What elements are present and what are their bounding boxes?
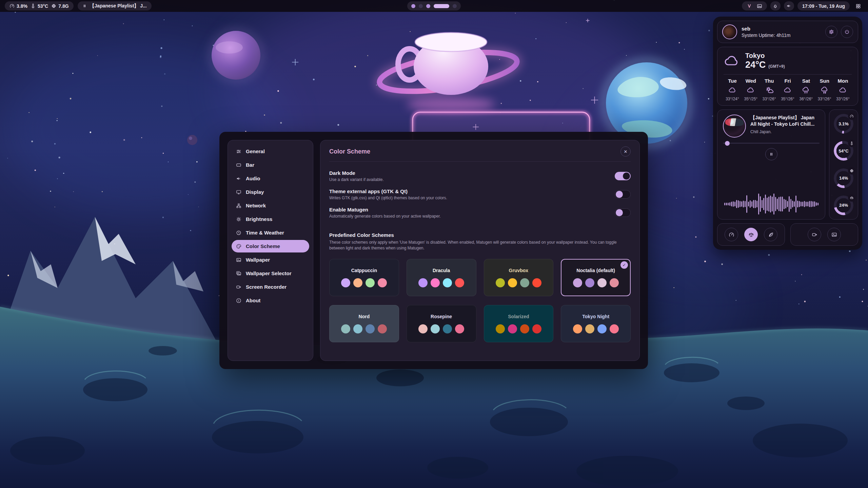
color-swatch <box>585 324 594 333</box>
quick-settings-left <box>717 223 785 246</box>
gauge-toggle-button[interactable] <box>725 228 738 241</box>
sidebar-item-display[interactable]: Display <box>232 186 309 198</box>
workspace-empty[interactable] <box>453 4 457 8</box>
color-swatch <box>418 278 428 287</box>
image-toggle-button[interactable] <box>827 228 841 241</box>
toggle-switch[interactable] <box>615 208 631 217</box>
visualizer-bar <box>807 202 808 206</box>
sidebar-item-wallpaper[interactable]: Wallpaper <box>232 253 309 266</box>
media-progress-knob[interactable] <box>725 141 730 146</box>
scheme-card-rosepine[interactable]: Rosepine <box>407 305 476 342</box>
forecast-day-name: Fri <box>784 78 791 84</box>
color-swatch <box>443 278 452 287</box>
scheme-card-noctalia-default-[interactable]: Noctalia (default)✓ <box>561 259 631 296</box>
sidebar-item-bar[interactable]: Bar <box>232 159 309 171</box>
scheme-card-catppuccin[interactable]: Catppuccin <box>329 259 399 296</box>
color-swatch <box>573 324 582 333</box>
sidebar-item-audio[interactable]: Audio <box>232 172 309 185</box>
forecast-day-name: Thu <box>765 78 774 84</box>
scheme-swatches <box>573 324 619 333</box>
scheme-name: Tokyo Night <box>582 314 609 319</box>
system-stat: 3.8% <box>9 3 27 9</box>
visualizer-bar <box>799 201 800 207</box>
sidebar-item-color-scheme[interactable]: Color Scheme <box>232 240 309 252</box>
sidebar-item-about[interactable]: About <box>232 294 309 307</box>
color-swatch <box>378 278 387 287</box>
scheme-card-tokyo-night[interactable]: Tokyo Night <box>561 305 631 342</box>
gear-button[interactable] <box>825 26 837 38</box>
scheme-card-solarized[interactable]: Solarized <box>484 305 554 342</box>
sliders-icon <box>236 149 241 154</box>
quick-settings-right <box>790 223 858 246</box>
color-swatch <box>597 324 607 333</box>
workspace-empty[interactable] <box>419 4 423 8</box>
sidebar-item-wallpaper-selector[interactable]: Wallpaper Selector <box>232 267 309 280</box>
setting-title: Dark Mode <box>329 170 384 176</box>
visualizer-bar <box>789 196 790 212</box>
visualizer-bar <box>762 200 763 208</box>
v-logo-tray-icon[interactable] <box>747 3 752 9</box>
scheme-card-nord[interactable]: Nord <box>329 305 399 342</box>
system-tray[interactable] <box>742 1 767 11</box>
sidebar-item-time-weather[interactable]: Time & Weather <box>232 226 309 239</box>
setting-text: Theme external apps (GTK & Qt)Writes GTK… <box>329 188 447 200</box>
color-swatch <box>366 324 375 333</box>
visualizer-bar <box>790 199 791 209</box>
scales-toggle-button[interactable] <box>744 228 758 241</box>
system-stats-pill[interactable]: 3.8%53°C7.8G <box>5 1 74 11</box>
power-button[interactable] <box>841 26 853 38</box>
workspace-occupied[interactable] <box>411 4 415 8</box>
visualizer-bar <box>753 200 754 208</box>
weather-city: Tokyo <box>745 52 785 60</box>
image-tray-icon[interactable] <box>757 3 762 9</box>
chip-icon <box>51 3 56 8</box>
visualizer-bar <box>775 197 776 211</box>
toggle-switch[interactable] <box>615 172 631 180</box>
visualizer-bar <box>756 201 757 208</box>
volume-button[interactable] <box>784 1 794 11</box>
color-swatch <box>431 278 440 287</box>
notifications-button[interactable] <box>770 1 781 11</box>
cloud-icon <box>839 86 847 94</box>
brightness-icon <box>236 217 241 222</box>
visualizer-bar <box>729 202 730 206</box>
sidebar-item-network[interactable]: Network <box>232 199 309 212</box>
forecast-temps: 35°/26° <box>781 97 794 101</box>
video-toggle-button[interactable] <box>808 228 821 241</box>
forecast-temps: 33°/24° <box>726 97 739 101</box>
system-gauge: 3.1% <box>834 114 853 134</box>
scheme-card-gruvbox[interactable]: Gruvbox <box>484 259 554 296</box>
clock-pill[interactable]: 17:09 - Tue, 19 Aug <box>797 1 850 11</box>
setting-description: Writes GTK (gtk.css) and Qt (qt6ct) them… <box>329 196 447 200</box>
toggle-switch[interactable] <box>615 190 631 199</box>
sidebar-item-general[interactable]: General <box>232 145 309 158</box>
color-schemes-grid: CatppuccinDraculaGruvboxNoctalia (defaul… <box>329 259 631 342</box>
media-progress-bar[interactable] <box>723 143 820 144</box>
workspace-occupied[interactable] <box>426 4 430 8</box>
close-button[interactable]: ✕ <box>620 146 631 157</box>
media-pause-button[interactable] <box>765 148 777 160</box>
sidebar-item-brightness[interactable]: Brightness <box>232 213 309 225</box>
page-title: Color Scheme <box>329 148 370 155</box>
system-gauge: 14% <box>834 168 853 188</box>
color-swatch <box>520 324 529 333</box>
visualizer-bar <box>817 203 818 205</box>
sidebar-item-screen-recorder[interactable]: Screen Recorder <box>232 281 309 293</box>
color-swatch <box>431 324 440 333</box>
workspace-active[interactable] <box>434 4 449 8</box>
leaf-toggle-button[interactable] <box>764 228 777 241</box>
forecast-day: Tue33°/24° <box>724 78 741 101</box>
overview-button[interactable] <box>853 1 863 11</box>
color-swatch <box>341 278 350 287</box>
visualizer-bar <box>806 202 807 206</box>
visualizer-bar <box>734 202 735 206</box>
workspace-indicator[interactable] <box>407 1 461 11</box>
visualizer-bar <box>755 200 756 208</box>
system-gauge: 54°C <box>834 141 853 161</box>
toggle-knob <box>623 172 630 180</box>
sidebar-item-label: Screen Recorder <box>246 284 287 290</box>
sidebar-item-label: General <box>246 148 265 154</box>
bar-media-pill[interactable]: 【Japanese Playlist】 J... <box>78 1 152 11</box>
color-swatch <box>520 278 529 287</box>
scheme-card-dracula[interactable]: Dracula <box>407 259 476 296</box>
